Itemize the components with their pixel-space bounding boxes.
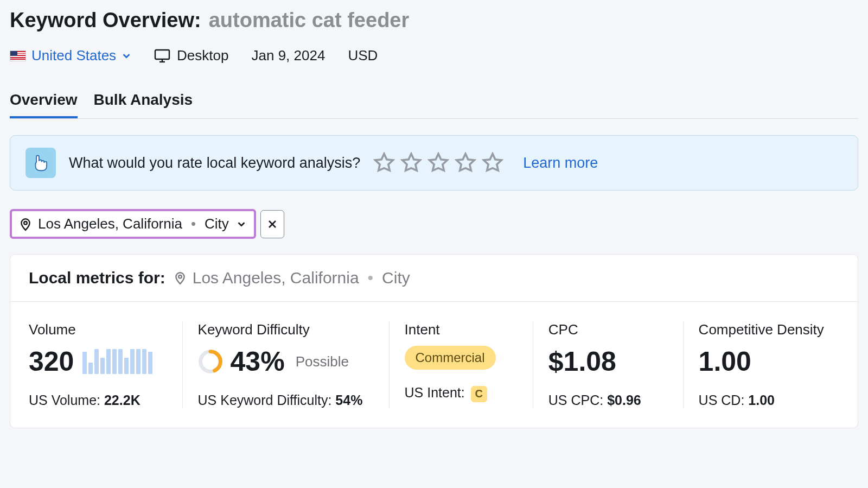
pin-icon	[173, 271, 187, 285]
hand-icon	[25, 148, 56, 178]
dot-separator: •	[368, 269, 374, 287]
metric-cd-secondary: US CD: 1.00	[699, 392, 824, 408]
dot-separator: •	[191, 216, 196, 232]
metric-volume-value: 320	[29, 346, 74, 377]
metric-volume-label: Volume	[29, 321, 167, 338]
intent-badge: Commercial	[405, 346, 496, 370]
close-icon	[267, 219, 278, 230]
intent-badge-small: C	[471, 386, 487, 402]
local-metrics-header-label: Local metrics for:	[29, 269, 165, 287]
metric-kd-secondary: US Keyword Difficulty: 54%	[198, 392, 374, 408]
currency-label: USD	[348, 47, 378, 64]
location-chip-close[interactable]	[260, 210, 284, 238]
rating-banner: What would you rate local keyword analys…	[10, 135, 858, 191]
chevron-down-icon	[237, 219, 246, 229]
location-chip-type: City	[205, 216, 229, 232]
country-label: United States	[31, 47, 116, 64]
pin-icon	[18, 217, 33, 231]
country-selector[interactable]: United States	[10, 47, 131, 64]
metric-volume-secondary: US Volume: 22.2K	[29, 392, 167, 408]
metric-volume: Volume 320 US Volume: 22.2K	[29, 321, 182, 408]
metric-intent-secondary: US Intent: C	[405, 385, 518, 402]
metric-cd-value: 1.00	[699, 346, 751, 377]
metric-cd-label: Competitive Density	[699, 321, 824, 338]
device-selector[interactable]: Desktop	[154, 47, 228, 64]
svg-rect-0	[155, 50, 169, 59]
star-2[interactable]	[400, 152, 422, 174]
svg-point-3	[24, 221, 27, 225]
device-label: Desktop	[177, 47, 228, 64]
location-chip-row: Los Angeles, California • City	[10, 209, 858, 239]
local-metrics-card: Local metrics for: Los Angeles, Californ…	[10, 254, 858, 428]
tabs-row: Overview Bulk Analysis	[10, 91, 858, 119]
svg-point-4	[178, 275, 182, 278]
metric-competitive-density: Competitive Density 1.00 US CD: 1.00	[684, 321, 839, 408]
location-chip-city: Los Angeles, California	[38, 216, 182, 232]
page-title-row: Keyword Overview: automatic cat feeder	[10, 9, 858, 32]
metric-keyword-difficulty: Keyword Difficulty 43% Possible US Keywo…	[183, 321, 389, 408]
filters-row: United States Desktop Jan 9, 2024 USD	[10, 47, 858, 64]
metric-intent: Intent Commercial US Intent: C	[390, 321, 533, 408]
volume-sparkline	[82, 349, 152, 374]
metric-cpc-label: CPC	[548, 321, 668, 338]
chevron-down-icon	[122, 51, 131, 61]
learn-more-link[interactable]: Learn more	[523, 155, 598, 172]
star-1[interactable]	[373, 152, 395, 174]
page-title: Keyword Overview:	[10, 9, 201, 32]
star-5[interactable]	[482, 152, 503, 174]
date-label: Jan 9, 2024	[251, 47, 325, 64]
metric-cpc-secondary: US CPC: $0.96	[548, 392, 668, 408]
local-metrics-type: City	[382, 269, 410, 287]
star-4[interactable]	[455, 152, 476, 174]
metric-intent-label: Intent	[405, 321, 518, 338]
rating-stars	[373, 152, 503, 174]
local-metrics-body: Volume 320 US Volume: 22.2K Keyword Diff…	[10, 302, 858, 428]
metric-kd-value: 43%	[231, 346, 285, 377]
page-title-keyword: automatic cat feeder	[209, 9, 410, 32]
star-3[interactable]	[427, 152, 449, 174]
rating-question: What would you rate local keyword analys…	[69, 155, 360, 172]
tab-bulk-analysis[interactable]: Bulk Analysis	[94, 91, 193, 118]
kd-donut-icon	[198, 349, 223, 374]
flag-us-icon	[10, 50, 26, 61]
desktop-icon	[154, 48, 170, 64]
tab-overview[interactable]: Overview	[10, 91, 78, 118]
metric-cpc: CPC $1.08 US CPC: $0.96	[533, 321, 683, 408]
local-metrics-header: Local metrics for: Los Angeles, Californ…	[10, 255, 858, 302]
metric-cpc-value: $1.08	[548, 346, 616, 377]
local-metrics-city: Los Angeles, California	[193, 269, 359, 287]
metric-kd-label: Keyword Difficulty	[198, 321, 374, 338]
location-chip[interactable]: Los Angeles, California • City	[10, 209, 256, 239]
metric-kd-suffix: Possible	[296, 353, 349, 370]
